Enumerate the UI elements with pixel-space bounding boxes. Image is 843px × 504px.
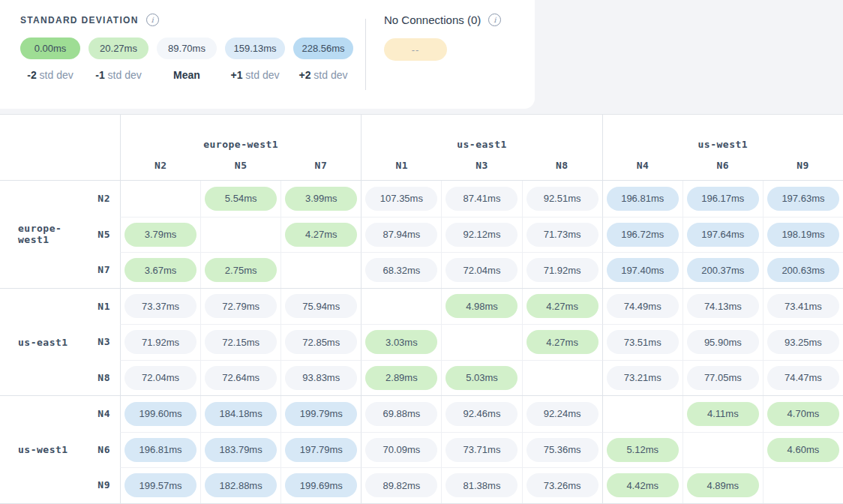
col-group-region-label: us-west1 <box>603 139 843 150</box>
col-group-europe-west1: europe-west1N2N5N7 <box>120 115 361 180</box>
std-dev-info-icon[interactable]: i <box>146 14 159 26</box>
latency-cell: 197.63ms <box>763 181 843 217</box>
row-node-label: N4 <box>0 396 120 432</box>
latency-cell: 196.17ms <box>682 181 763 217</box>
col-node-header: N8 <box>522 160 602 171</box>
latency-cell: 5.03ms <box>441 360 521 396</box>
latency-pill: 199.57ms <box>124 473 196 497</box>
latency-pill: 73.26ms <box>526 473 598 497</box>
latency-pill: 5.54ms <box>205 187 277 211</box>
latency-cell: 92.46ms <box>441 396 521 432</box>
latency-pill: 73.41ms <box>767 294 839 318</box>
latency-pill: 2.89ms <box>365 366 437 390</box>
col-group-nodes: N4N6N9 <box>603 160 843 180</box>
latency-pill: 200.63ms <box>767 258 839 282</box>
latency-pill: 73.51ms <box>607 330 679 354</box>
legend-stop-prefix: -2 <box>27 69 36 81</box>
latency-pill: 75.36ms <box>526 438 598 462</box>
legend-stop-label: +1 std dev <box>231 69 280 81</box>
latency-pill: 71.92ms <box>124 330 196 354</box>
latency-cell: 4.98ms <box>441 289 521 325</box>
legend-stop-pill: 159.13ms <box>225 38 285 59</box>
latency-cell: 3.79ms <box>120 217 200 253</box>
col-group-us-west1: us-west1N4N6N9 <box>602 115 843 180</box>
latency-pill: 2.75ms <box>205 258 277 282</box>
latency-pill: 3.03ms <box>365 330 437 354</box>
latency-cell: 68.32ms <box>361 252 441 288</box>
latency-cell: 3.67ms <box>120 252 200 288</box>
legend-stop: 159.13ms+1 std dev <box>225 38 285 81</box>
latency-pill: 68.32ms <box>365 258 437 282</box>
latency-cell: 2.89ms <box>361 360 441 396</box>
latency-pill: 196.81ms <box>124 438 196 462</box>
latency-cell: 5.54ms <box>200 181 280 217</box>
legend-stop-prefix: +2 <box>299 69 311 81</box>
latency-cell: 73.21ms <box>602 360 682 396</box>
table-row: N872.04ms72.64ms93.83ms2.89ms5.03ms73.21… <box>0 360 843 396</box>
legend-stop-pill: 0.00ms <box>20 38 80 59</box>
latency-pill: 71.73ms <box>526 223 598 247</box>
latency-cell: 74.13ms <box>682 289 763 325</box>
latency-cell: 72.04ms <box>441 252 521 288</box>
latency-pill: 73.21ms <box>607 366 679 390</box>
latency-cell: 3.99ms <box>280 181 361 217</box>
table-row: N4199.60ms184.18ms199.79ms69.88ms92.46ms… <box>0 396 843 432</box>
latency-cell: 4.27ms <box>522 324 602 360</box>
latency-pill: 72.04ms <box>124 366 196 390</box>
latency-pill: 4.60ms <box>767 438 839 462</box>
latency-cell: 74.49ms <box>602 289 682 325</box>
latency-cell: 4.89ms <box>682 467 763 503</box>
latency-pill: 107.35ms <box>365 187 437 211</box>
col-node-header: N7 <box>281 160 362 171</box>
latency-cell <box>682 432 763 468</box>
col-node-header: N9 <box>763 160 843 171</box>
row-group-us-east1: us-east1N173.37ms72.79ms75.94ms4.98ms4.2… <box>0 288 843 396</box>
no-connections-info-icon[interactable]: i <box>488 14 501 26</box>
col-group-region-label: us-east1 <box>362 139 602 150</box>
row-node-label: N9 <box>0 467 120 503</box>
latency-pill: 197.79ms <box>285 438 357 462</box>
latency-cell: 73.37ms <box>120 289 200 325</box>
latency-pill: 4.27ms <box>526 330 598 354</box>
latency-pill: 5.12ms <box>607 438 679 462</box>
latency-pill: 4.27ms <box>526 294 598 318</box>
legend-card: STANDARD DEVIATION i 0.00ms-2 std dev20.… <box>0 0 535 109</box>
latency-cell <box>120 181 200 217</box>
latency-cell: 196.81ms <box>602 181 682 217</box>
latency-cell: 87.94ms <box>361 217 441 253</box>
latency-pill: 92.24ms <box>526 402 598 426</box>
latency-cell: 107.35ms <box>361 181 441 217</box>
legend-stop-pill: 89.70ms <box>157 38 217 59</box>
latency-pill: 4.70ms <box>767 402 839 426</box>
legend-stop-suffix: std dev <box>310 69 347 81</box>
latency-cell <box>361 289 441 325</box>
latency-pill: 4.98ms <box>446 294 518 318</box>
latency-cell: 4.27ms <box>280 217 361 253</box>
latency-cell: 95.90ms <box>682 324 763 360</box>
latency-cell: 75.94ms <box>280 289 361 325</box>
row-group-region-label: europe-west1 <box>0 223 90 245</box>
latency-pill: 198.19ms <box>767 223 839 247</box>
latency-cell: 4.42ms <box>602 467 682 503</box>
legend-stop: 0.00ms-2 std dev <box>20 38 80 81</box>
latency-cell: 196.81ms <box>120 432 200 468</box>
legend-stop-suffix: std dev <box>242 69 279 81</box>
legend-stop: 89.70msMean <box>157 38 217 81</box>
latency-pill: 72.04ms <box>446 258 518 282</box>
latency-cell: 89.82ms <box>361 467 441 503</box>
latency-pill: 92.12ms <box>446 223 518 247</box>
legend-stop-prefix: +1 <box>231 69 243 81</box>
latency-cell: 71.73ms <box>522 217 602 253</box>
col-node-header: N1 <box>362 160 442 171</box>
no-connections-title: No Connections (0) <box>384 14 481 26</box>
latency-cell <box>200 217 280 253</box>
latency-cell: 2.75ms <box>200 252 280 288</box>
col-node-header: N3 <box>442 160 522 171</box>
matrix-body: europe-west1N25.54ms3.99ms107.35ms87.41m… <box>0 181 843 503</box>
latency-cell: 93.25ms <box>763 324 843 360</box>
table-row: N25.54ms3.99ms107.35ms87.41ms92.51ms196.… <box>0 181 843 217</box>
latency-cell: 4.70ms <box>763 396 843 432</box>
latency-cell: 5.12ms <box>602 432 682 468</box>
table-row: N6196.81ms183.79ms197.79ms70.09ms73.71ms… <box>0 432 843 468</box>
latency-cell: 72.85ms <box>280 324 361 360</box>
